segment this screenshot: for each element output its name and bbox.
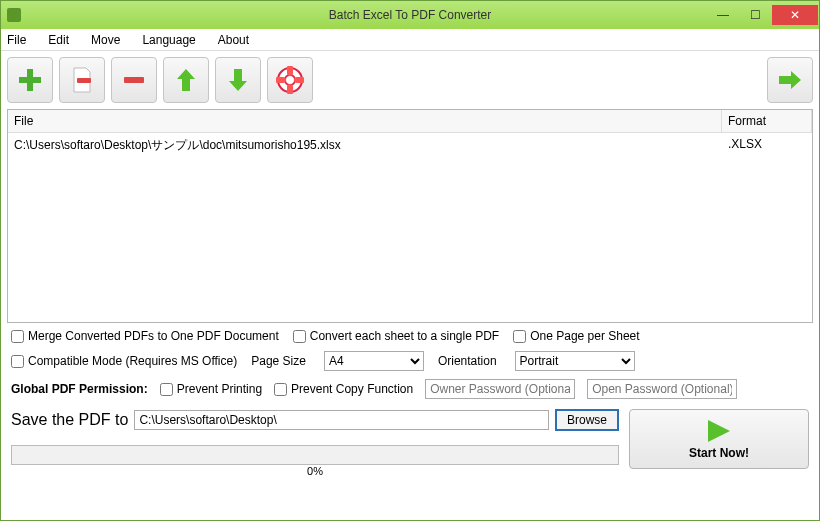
remove-file-button[interactable] — [59, 57, 105, 103]
next-button[interactable] — [767, 57, 813, 103]
table-row[interactable]: C:\Users\softaro\Desktop\サンプル\doc\mitsum… — [8, 133, 812, 158]
titlebar: Batch Excel To PDF Converter — ☐ ✕ — [1, 1, 819, 29]
arrow-down-icon — [224, 66, 252, 94]
help-button[interactable] — [267, 57, 313, 103]
menubar: File Edit Move Language About — [1, 29, 819, 51]
merge-label: Merge Converted PDFs to One PDF Document — [28, 329, 279, 343]
app-icon — [7, 8, 21, 22]
save-path-input[interactable] — [134, 410, 549, 430]
compatible-checkbox[interactable]: Compatible Mode (Requires MS Office) — [11, 354, 237, 368]
play-icon — [704, 418, 734, 444]
svg-rect-0 — [77, 78, 91, 83]
prevent-copy-label: Prevent Copy Function — [291, 382, 413, 396]
toolbar — [1, 51, 819, 109]
remove-all-button[interactable] — [111, 57, 157, 103]
progress-bar — [11, 445, 619, 465]
app-window: Batch Excel To PDF Converter — ☐ ✕ File … — [0, 0, 820, 521]
column-format[interactable]: Format — [722, 110, 812, 132]
file-list[interactable]: File Format C:\Users\softaro\Desktop\サンプ… — [7, 109, 813, 323]
one-page-checkbox[interactable]: One Page per Sheet — [513, 329, 639, 343]
orientation-label: Orientation — [438, 354, 497, 368]
maximize-button[interactable]: ☐ — [740, 5, 770, 25]
start-button[interactable]: Start Now! — [629, 409, 809, 469]
page-size-label: Page Size — [251, 354, 306, 368]
svg-rect-1 — [124, 77, 144, 83]
minus-icon — [120, 66, 148, 94]
cell-format: .XLSX — [722, 133, 812, 158]
window-controls: — ☐ ✕ — [707, 1, 819, 29]
merge-checkbox[interactable]: Merge Converted PDFs to One PDF Document — [11, 329, 279, 343]
options-panel: Merge Converted PDFs to One PDF Document… — [1, 323, 819, 409]
prevent-print-label: Prevent Printing — [177, 382, 262, 396]
save-label: Save the PDF to — [11, 411, 128, 429]
file-list-header: File Format — [8, 110, 812, 133]
permission-label: Global PDF Permission: — [11, 382, 148, 396]
prevent-print-checkbox[interactable]: Prevent Printing — [160, 382, 262, 396]
lifebuoy-icon — [276, 66, 304, 94]
open-password-input[interactable] — [587, 379, 737, 399]
page-minus-icon — [68, 66, 96, 94]
svg-point-3 — [285, 75, 295, 85]
add-file-button[interactable] — [7, 57, 53, 103]
minimize-button[interactable]: — — [708, 5, 738, 25]
plus-icon — [16, 66, 44, 94]
move-down-button[interactable] — [215, 57, 261, 103]
window-title: Batch Excel To PDF Converter — [329, 8, 492, 22]
prevent-copy-checkbox[interactable]: Prevent Copy Function — [274, 382, 413, 396]
orientation-select[interactable]: Portrait — [515, 351, 635, 371]
convert-sheet-label: Convert each sheet to a single PDF — [310, 329, 499, 343]
compatible-label: Compatible Mode (Requires MS Office) — [28, 354, 237, 368]
progress-container: 0% — [11, 445, 619, 469]
cell-file: C:\Users\softaro\Desktop\サンプル\doc\mitsum… — [8, 133, 722, 158]
arrow-right-icon — [776, 66, 804, 94]
start-label: Start Now! — [689, 446, 749, 460]
column-file[interactable]: File — [8, 110, 722, 132]
move-up-button[interactable] — [163, 57, 209, 103]
menu-edit[interactable]: Edit — [48, 33, 69, 47]
one-page-label: One Page per Sheet — [530, 329, 639, 343]
owner-password-input[interactable] — [425, 379, 575, 399]
convert-sheet-checkbox[interactable]: Convert each sheet to a single PDF — [293, 329, 499, 343]
close-button[interactable]: ✕ — [772, 5, 818, 25]
menu-language[interactable]: Language — [142, 33, 195, 47]
progress-text: 0% — [307, 465, 323, 477]
arrow-up-icon — [172, 66, 200, 94]
browse-button[interactable]: Browse — [555, 409, 619, 431]
bottom-area: Save the PDF to Browse 0% Start Now! — [11, 409, 809, 469]
menu-move[interactable]: Move — [91, 33, 120, 47]
page-size-select[interactable]: A4 — [324, 351, 424, 371]
menu-file[interactable]: File — [7, 33, 26, 47]
menu-about[interactable]: About — [218, 33, 249, 47]
